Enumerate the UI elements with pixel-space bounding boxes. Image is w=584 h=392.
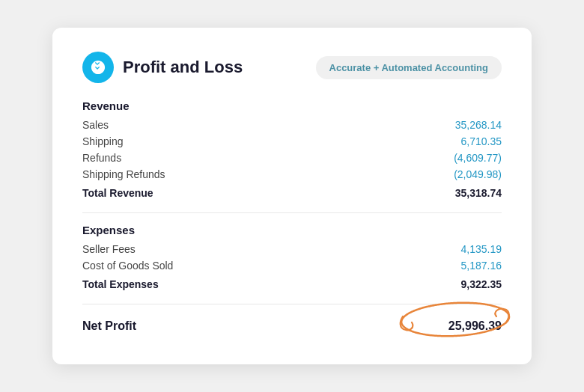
total-expenses-row: Total Expenses 9,322.35 xyxy=(82,275,502,293)
revenue-section-title: Revenue xyxy=(82,99,502,112)
expenses-seller-fees-value: 4,135.19 xyxy=(461,243,502,255)
card-header: Profit and Loss Accurate + Automated Acc… xyxy=(82,52,502,83)
expenses-section-title: Expenses xyxy=(82,224,502,236)
circle-scribble xyxy=(395,295,515,340)
badge: Accurate + Automated Accounting xyxy=(316,56,502,79)
total-expenses-label: Total Expenses xyxy=(82,278,159,290)
net-profit-value: 25,996.39 xyxy=(448,319,502,333)
revenue-sales-value: 35,268.14 xyxy=(455,119,502,131)
revenue-shipping-refunds-value: (2,049.98) xyxy=(454,168,502,180)
xero-logo xyxy=(82,52,114,83)
revenue-shipping-refunds-row: Shipping Refunds (2,049.98) xyxy=(82,166,502,183)
revenue-shipping-label: Shipping xyxy=(82,135,124,147)
revenue-sales-label: Sales xyxy=(82,119,109,131)
revenue-refunds-value: (4,609.77) xyxy=(454,152,502,164)
total-revenue-label: Total Revenue xyxy=(82,187,153,199)
expenses-cogs-value: 5,187.16 xyxy=(461,260,502,272)
expenses-seller-fees-label: Seller Fees xyxy=(82,243,136,255)
revenue-refunds-row: Refunds (4,609.77) xyxy=(82,150,502,166)
total-revenue-row: Total Revenue 35,318.74 xyxy=(82,184,502,202)
section-divider xyxy=(82,212,502,213)
net-profit-label: Net Profit xyxy=(82,319,136,333)
revenue-shipping-value: 6,710.35 xyxy=(461,135,502,147)
expenses-cogs-label: Cost of Goods Sold xyxy=(82,260,173,272)
expenses-seller-fees-row: Seller Fees 4,135.19 xyxy=(82,241,502,257)
revenue-shipping-row: Shipping 6,710.35 xyxy=(82,133,502,150)
net-profit-row: Net Profit 25,996.39 xyxy=(82,315,502,337)
page-title: Profit and Loss xyxy=(123,58,243,77)
total-revenue-value: 35,318.74 xyxy=(455,187,502,199)
profit-loss-card: Profit and Loss Accurate + Automated Acc… xyxy=(52,28,532,364)
header-left: Profit and Loss xyxy=(82,52,243,83)
revenue-sales-row: Sales 35,268.14 xyxy=(82,117,502,133)
revenue-shipping-refunds-label: Shipping Refunds xyxy=(82,168,165,180)
expenses-cogs-row: Cost of Goods Sold 5,187.16 xyxy=(82,257,502,274)
revenue-refunds-label: Refunds xyxy=(82,152,121,164)
net-profit-divider xyxy=(82,304,502,304)
total-expenses-value: 9,322.35 xyxy=(461,278,502,290)
